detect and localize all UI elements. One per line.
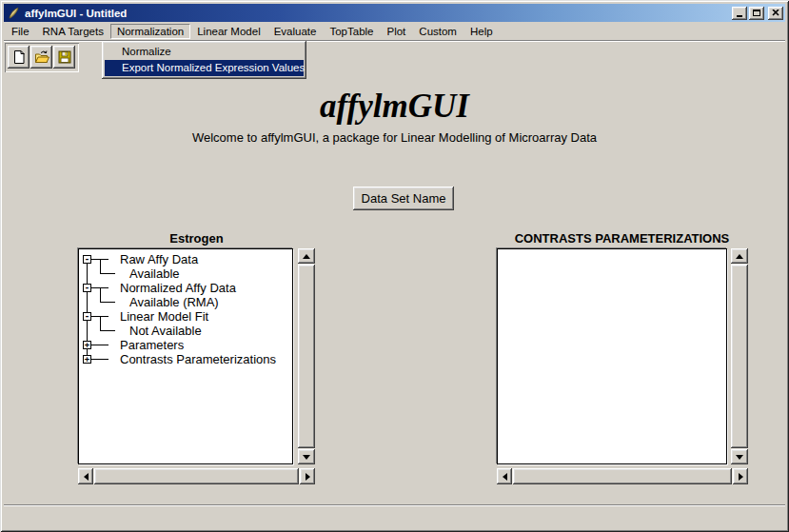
title-bar[interactable]: affylmGUI - Untitled (4, 4, 785, 22)
tree-node-raw-affy-data[interactable]: Raw Affy Data (120, 252, 198, 266)
scrollbar-thumb[interactable] (513, 468, 732, 484)
left-vertical-scrollbar[interactable] (298, 248, 315, 464)
app-feather-icon (7, 7, 20, 20)
arrow-left-icon (84, 473, 89, 481)
menu-rna-targets[interactable]: RNA Targets (36, 24, 110, 39)
menu-bar: File RNA Targets Normalization Linear Mo… (4, 23, 785, 40)
close-button[interactable] (768, 7, 783, 20)
new-file-button[interactable] (8, 46, 30, 69)
tree-branch-line (100, 273, 115, 274)
tree-child-available-rma[interactable]: Available (RMA) (129, 295, 219, 309)
scroll-down-button[interactable] (731, 449, 748, 464)
tree-child-available[interactable]: Available (129, 266, 180, 281)
scrollbar-thumb[interactable] (731, 265, 748, 448)
contrasts-parameterizations-listbox[interactable] (497, 248, 727, 464)
minimize-icon (737, 15, 742, 17)
open-folder-icon (34, 49, 49, 65)
tree-branch-line (91, 359, 108, 360)
tree-branch-line (100, 287, 101, 303)
right-horizontal-scrollbar[interactable] (497, 468, 748, 484)
tree-branch-line (100, 302, 115, 303)
scroll-left-button[interactable] (497, 468, 512, 484)
scroll-down-button[interactable] (298, 449, 315, 464)
right-panel-title: CONTRASTS PARAMETERIZATIONS (495, 231, 749, 246)
arrow-up-icon (303, 254, 310, 259)
arrow-down-icon (303, 455, 310, 460)
menu-toptable[interactable]: TopTable (323, 24, 380, 39)
welcome-text: Welcome to affylmGUI, a package for Line… (0, 130, 789, 145)
save-file-button[interactable] (53, 46, 75, 69)
tree-branch-line (91, 259, 108, 260)
minimize-button[interactable] (732, 7, 747, 20)
arrow-right-icon (306, 473, 310, 481)
tree-node-normalized-affy-data[interactable]: Normalized Affy Data (120, 281, 236, 295)
tree-branch-line (100, 330, 115, 331)
menu-item-normalize[interactable]: Normalize (105, 44, 304, 60)
scrollbar-thumb[interactable] (94, 468, 299, 484)
maximize-icon (753, 10, 760, 16)
menu-plot[interactable]: Plot (381, 24, 413, 39)
expander-raw-affy-data[interactable]: - (83, 255, 91, 264)
left-horizontal-scrollbar[interactable] (78, 468, 315, 484)
scroll-up-button[interactable] (298, 248, 315, 264)
window-controls (730, 7, 785, 20)
toolbar (5, 43, 79, 72)
data-set-name-button[interactable]: Data Set Name (353, 187, 454, 210)
tree-branch-line (100, 259, 101, 274)
scroll-right-button[interactable] (733, 468, 748, 484)
menu-file[interactable]: File (5, 24, 36, 39)
arrow-right-icon (739, 473, 743, 481)
save-floppy-icon (57, 49, 72, 65)
tree-node-linear-model-fit[interactable]: Linear Model Fit (120, 309, 208, 324)
menu-normalization[interactable]: Normalization (110, 24, 190, 39)
menu-help[interactable]: Help (464, 24, 500, 39)
tree-branch-line (91, 316, 108, 317)
expander-linear-model-fit[interactable]: - (83, 312, 91, 321)
maximize-button[interactable] (749, 7, 764, 20)
menu-evaluate[interactable]: Evaluate (267, 24, 324, 39)
menu-linear-model[interactable]: Linear Model (190, 24, 266, 39)
app-heading: affylmGUI (0, 88, 789, 126)
normalization-dropdown-menu: Normalize Export Normalized Expression V… (102, 41, 306, 79)
app-window: affylmGUI - Untitled File RNA Targets No… (0, 0, 789, 532)
status-tree: - - - + + Raw Affy Data Available Normal… (79, 249, 292, 463)
arrow-left-icon (503, 473, 507, 481)
client-area-divider (4, 504, 785, 506)
scroll-left-button[interactable] (78, 468, 93, 484)
tree-node-parameters[interactable]: Parameters (120, 338, 184, 352)
status-tree-listbox[interactable]: - - - + + Raw Affy Data Available Normal… (78, 248, 293, 464)
new-page-icon (11, 49, 27, 65)
open-file-button[interactable] (30, 46, 52, 69)
tree-branch-line (91, 287, 108, 288)
scrollbar-thumb[interactable] (298, 265, 315, 448)
tree-branch-line (91, 345, 108, 345)
window-title: affylmGUI - Untitled (25, 8, 127, 19)
right-vertical-scrollbar[interactable] (731, 248, 748, 464)
scroll-right-button[interactable] (300, 468, 315, 484)
expander-contrasts-parameterizations[interactable]: + (83, 355, 91, 364)
menu-item-export-normalized-expression-values[interactable]: Export Normalized Expression Values (105, 60, 304, 76)
scroll-up-button[interactable] (731, 248, 748, 264)
arrow-up-icon (736, 254, 743, 259)
arrow-down-icon (736, 455, 743, 460)
expander-parameters[interactable]: + (83, 341, 91, 349)
left-panel-title: Estrogen (78, 231, 315, 246)
close-icon (772, 10, 779, 16)
tree-branch-line (100, 316, 101, 331)
expander-normalized-affy-data[interactable]: - (83, 284, 91, 292)
tree-node-contrasts-parameterizations[interactable]: Contrasts Parameterizations (120, 352, 276, 366)
tree-child-not-available[interactable]: Not Available (129, 324, 202, 338)
menu-custom[interactable]: Custom (412, 24, 464, 39)
